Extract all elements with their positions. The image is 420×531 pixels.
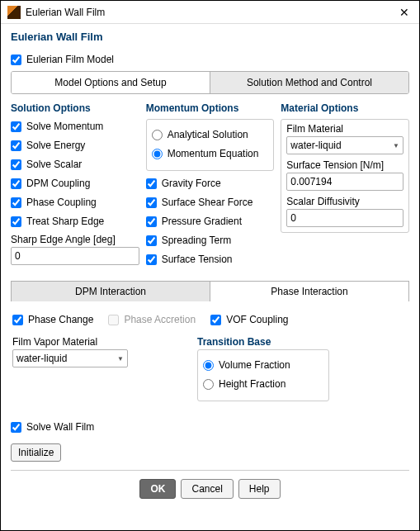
momentum-equation-input[interactable] [152, 149, 163, 159]
volume-fraction-label: Volume Fraction [219, 359, 290, 371]
solve-wall-film-checkbox[interactable]: Solve Wall Film [11, 420, 409, 434]
phase-accretion-box [108, 315, 119, 325]
eulerian-film-model-checkbox[interactable]: Eulerian Film Model [11, 52, 409, 67]
dpm-coupling-box[interactable] [11, 178, 21, 189]
phase-accretion-checkbox: Phase Accretion [108, 312, 196, 327]
surface-shear-force-box[interactable] [146, 197, 157, 208]
scalar-diffusivity-label: Scalar Diffusivity [286, 196, 403, 207]
film-material-select[interactable]: water-liquid [286, 136, 403, 154]
gravity-force-label: Gravity Force [162, 178, 221, 189]
page-title: Eulerian Wall Film [11, 31, 409, 43]
film-material-label: Film Material [286, 123, 403, 135]
dialog-footer: OK Cancel Help [11, 471, 409, 507]
treat-sharp-edge-checkbox[interactable]: Treat Sharp Edge [11, 214, 139, 229]
solve-wall-film-label: Solve Wall Film [26, 421, 94, 433]
pressure-gradient-box[interactable] [146, 216, 157, 227]
solve-scalar-label: Solve Scalar [26, 159, 82, 170]
material-options-title: Material Options [281, 102, 409, 114]
solve-wall-film-box[interactable] [11, 422, 21, 433]
material-options-panel: Material Options Film Material water-liq… [281, 102, 409, 271]
close-icon[interactable]: ✕ [396, 6, 413, 19]
volume-fraction-input[interactable] [203, 360, 214, 371]
scalar-diffusivity-input[interactable] [286, 209, 403, 227]
height-fraction-label: Height Fraction [219, 378, 286, 390]
phase-interaction-panel: Phase Change Phase Accretion VOF Couplin… [11, 301, 409, 413]
dpm-coupling-checkbox[interactable]: DPM Coupling [11, 176, 139, 191]
phase-accretion-label: Phase Accretion [124, 314, 196, 325]
solve-scalar-box[interactable] [11, 159, 21, 170]
sharp-edge-angle-label: Sharp Edge Angle [deg] [11, 234, 139, 245]
vof-coupling-box[interactable] [210, 315, 221, 325]
phase-change-label: Phase Change [28, 314, 93, 325]
analytical-solution-radio[interactable]: Analytical Solution [152, 127, 269, 142]
eulerian-film-model-label: Eulerian Film Model [26, 54, 114, 65]
spreading-term-label: Spreading Term [162, 235, 232, 246]
analytical-solution-label: Analytical Solution [168, 129, 248, 140]
surface-shear-force-checkbox[interactable]: Surface Shear Force [146, 195, 275, 210]
surface-tension-label: Surface Tension [162, 254, 233, 265]
transition-base-title: Transition Base [197, 336, 329, 348]
film-vapor-material-select[interactable]: water-liquid [12, 349, 128, 367]
solution-options-title: Solution Options [11, 102, 139, 114]
treat-sharp-edge-label: Treat Sharp Edge [26, 216, 104, 227]
initialize-button[interactable]: Initialize [11, 443, 61, 462]
solve-scalar-checkbox[interactable]: Solve Scalar [11, 157, 139, 172]
surface-tension-nm-label: Surface Tension [N/m] [286, 159, 403, 171]
tab-dpm-interaction[interactable]: DPM Interaction [11, 281, 210, 301]
height-fraction-input[interactable] [203, 379, 214, 390]
interaction-tabs: DPM Interaction Phase Interaction [11, 281, 409, 301]
surface-tension-box[interactable] [146, 254, 157, 265]
spreading-term-box[interactable] [146, 235, 157, 246]
solve-momentum-checkbox[interactable]: Solve Momentum [11, 119, 139, 134]
solve-energy-checkbox[interactable]: Solve Energy [11, 138, 139, 153]
momentum-equation-label: Momentum Equation [168, 148, 259, 159]
film-vapor-material-value: water-liquid [17, 353, 67, 364]
eulerian-film-model-box[interactable] [11, 55, 21, 65]
dpm-coupling-label: DPM Coupling [26, 178, 90, 189]
ok-button[interactable]: OK [139, 479, 176, 499]
height-fraction-radio[interactable]: Height Fraction [203, 377, 323, 391]
film-vapor-material-label: Film Vapor Material [12, 336, 128, 348]
gravity-force-box[interactable] [146, 178, 157, 189]
momentum-options-title: Momentum Options [146, 102, 275, 114]
titlebar: Eulerian Wall Film ✕ [1, 1, 419, 24]
main-tabs: Model Options and Setup Solution Method … [11, 71, 409, 94]
vof-coupling-label: VOF Coupling [226, 314, 288, 325]
tab-phase-interaction[interactable]: Phase Interaction [210, 281, 409, 301]
phase-coupling-box[interactable] [11, 197, 21, 208]
vof-coupling-checkbox[interactable]: VOF Coupling [210, 312, 288, 327]
phase-change-box[interactable] [12, 315, 23, 325]
solve-momentum-box[interactable] [11, 121, 21, 132]
solve-momentum-label: Solve Momentum [26, 121, 103, 132]
help-button[interactable]: Help [238, 479, 281, 499]
surface-tension-input[interactable] [286, 173, 403, 191]
surface-tension-checkbox[interactable]: Surface Tension [146, 252, 275, 267]
gravity-force-checkbox[interactable]: Gravity Force [146, 176, 275, 191]
solve-energy-box[interactable] [11, 140, 21, 151]
phase-coupling-checkbox[interactable]: Phase Coupling [11, 195, 139, 210]
app-icon [7, 6, 21, 19]
solve-energy-label: Solve Energy [26, 140, 85, 151]
pressure-gradient-checkbox[interactable]: Pressure Gradient [146, 214, 275, 229]
momentum-options-panel: Momentum Options Analytical Solution Mom… [146, 102, 275, 271]
spreading-term-checkbox[interactable]: Spreading Term [146, 233, 275, 248]
phase-change-checkbox[interactable]: Phase Change [12, 312, 93, 327]
tab-solution-method[interactable]: Solution Method and Control [210, 72, 408, 93]
solution-options-panel: Solution Options Solve Momentum Solve En… [11, 102, 139, 271]
window-title: Eulerian Wall Film [26, 7, 105, 18]
analytical-solution-input[interactable] [152, 130, 163, 140]
cancel-button[interactable]: Cancel [181, 479, 233, 499]
phase-coupling-label: Phase Coupling [26, 197, 97, 208]
momentum-equation-radio[interactable]: Momentum Equation [152, 146, 269, 161]
surface-shear-force-label: Surface Shear Force [162, 197, 253, 208]
treat-sharp-edge-box[interactable] [11, 216, 21, 227]
tab-model-options[interactable]: Model Options and Setup [12, 72, 210, 93]
sharp-edge-angle-input[interactable] [11, 247, 139, 265]
volume-fraction-radio[interactable]: Volume Fraction [203, 358, 323, 372]
pressure-gradient-label: Pressure Gradient [162, 216, 242, 227]
film-material-value: water-liquid [290, 140, 341, 151]
